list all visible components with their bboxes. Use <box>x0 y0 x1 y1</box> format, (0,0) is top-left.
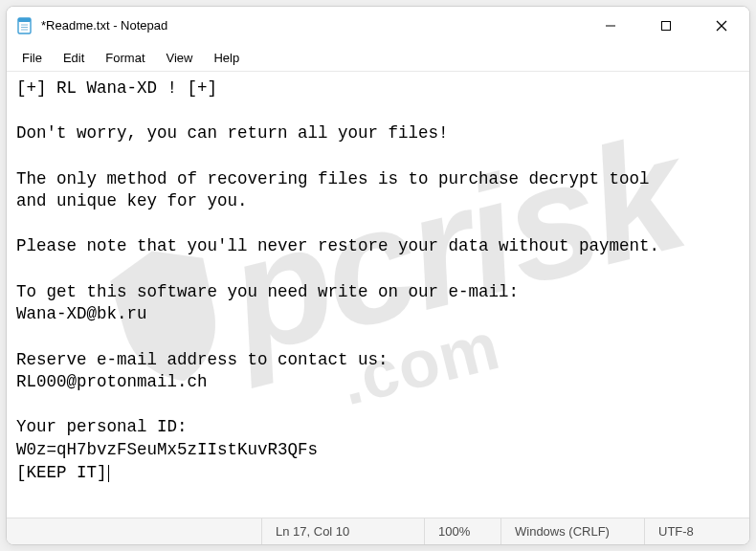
status-zoom: 100% <box>424 518 500 544</box>
menubar: File Edit Format View Help <box>7 45 749 72</box>
menu-file[interactable]: File <box>12 49 52 67</box>
notepad-window: *Readme.txt - Notepad File Edit Format V… <box>6 6 750 545</box>
window-controls <box>583 7 749 44</box>
status-cursor-position: Ln 17, Col 10 <box>261 518 424 544</box>
svg-rect-1 <box>18 18 31 22</box>
statusbar: Ln 17, Col 10 100% Windows (CRLF) UTF-8 <box>7 518 749 544</box>
minimize-button[interactable] <box>583 7 638 44</box>
status-line-ending: Windows (CRLF) <box>500 518 644 544</box>
maximize-button[interactable] <box>638 7 694 44</box>
notepad-icon <box>16 17 33 34</box>
text-caret <box>108 465 109 482</box>
titlebar: *Readme.txt - Notepad <box>7 7 749 45</box>
close-button[interactable] <box>694 7 749 44</box>
text-area[interactable]: [+] RL Wana-XD ! [+] Don't worry, you ca… <box>7 72 749 518</box>
svg-rect-6 <box>662 21 671 30</box>
menu-help[interactable]: Help <box>204 49 249 67</box>
document-text: [+] RL Wana-XD ! [+] Don't worry, you ca… <box>16 78 659 482</box>
menu-edit[interactable]: Edit <box>54 49 94 67</box>
status-encoding: UTF-8 <box>644 518 749 544</box>
window-title: *Readme.txt - Notepad <box>41 18 167 33</box>
menu-view[interactable]: View <box>157 49 203 67</box>
menu-format[interactable]: Format <box>96 49 154 67</box>
titlebar-left: *Readme.txt - Notepad <box>7 17 167 34</box>
status-spacer <box>7 518 261 544</box>
